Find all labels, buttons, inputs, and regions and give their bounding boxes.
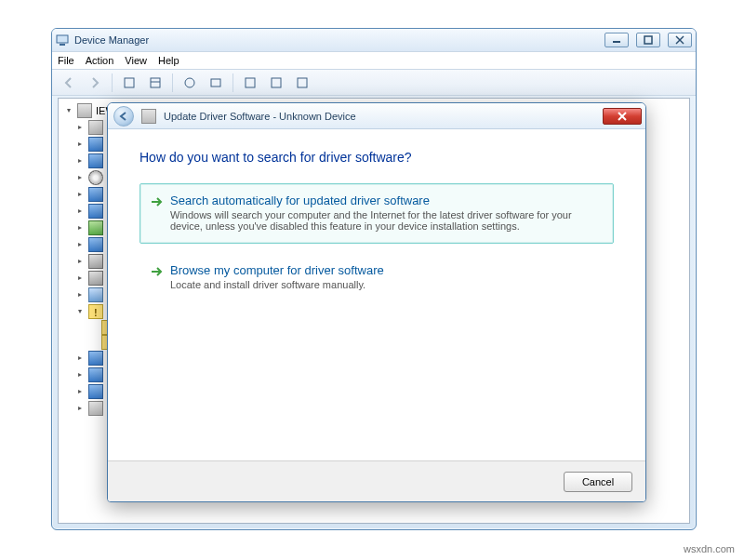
toolbar-button[interactable] <box>239 73 261 93</box>
svg-rect-10 <box>211 79 220 87</box>
svg-rect-1 <box>60 44 65 46</box>
toolbar-separator <box>112 73 113 92</box>
expand-icon[interactable]: ▸ <box>75 207 85 216</box>
device-icon <box>88 254 103 269</box>
device-icon <box>88 220 103 235</box>
device-manager-title: Device Manager <box>74 34 597 46</box>
expand-icon[interactable]: ▸ <box>75 173 85 182</box>
update-driver-dialog: Update Driver Software - Unknown Device … <box>107 102 646 502</box>
device-manager-toolbar <box>52 70 696 96</box>
arrow-icon <box>150 195 163 208</box>
device-manager-menubar: File Action View Help <box>52 51 696 70</box>
menu-action[interactable]: Action <box>86 55 114 66</box>
option-browse-computer[interactable]: Browse my computer for driver software L… <box>140 253 614 302</box>
expand-icon[interactable]: ▸ <box>75 353 85 363</box>
expand-icon[interactable]: ▸ <box>75 404 85 413</box>
toolbar-button[interactable] <box>179 73 201 93</box>
svg-rect-0 <box>57 35 68 43</box>
device-icon <box>88 170 103 185</box>
expand-icon <box>88 338 98 347</box>
device-icon <box>88 367 103 382</box>
toolbar-separator <box>232 73 233 92</box>
device-icon <box>88 237 103 252</box>
expand-icon[interactable]: ▸ <box>75 370 85 380</box>
dialog-body: How do you want to search for driver sof… <box>108 129 645 327</box>
expand-icon <box>88 323 98 332</box>
svg-point-9 <box>185 78 194 87</box>
toolbar-separator <box>172 73 173 92</box>
toolbar-forward-button[interactable] <box>84 73 106 93</box>
option-description: Locate and install driver software manua… <box>170 279 598 290</box>
option-title: Search automatically for updated driver … <box>170 193 602 207</box>
dialog-title-icon <box>141 109 156 124</box>
cancel-button[interactable]: Cancel <box>564 472 632 492</box>
toolbar-button[interactable] <box>265 73 287 93</box>
device-icon <box>88 204 103 219</box>
close-button[interactable] <box>668 33 692 47</box>
svg-rect-7 <box>151 78 160 87</box>
dialog-back-button[interactable] <box>113 106 134 127</box>
device-icon <box>88 271 103 286</box>
expand-icon[interactable]: ▸ <box>75 223 85 233</box>
device-icon <box>88 153 103 168</box>
option-title: Browse my computer for driver software <box>170 263 602 277</box>
toolbar-back-button[interactable] <box>58 73 80 93</box>
expand-icon[interactable]: ▸ <box>75 123 85 132</box>
device-icon <box>88 351 103 366</box>
dialog-title: Update Driver Software - Unknown Device <box>164 111 356 122</box>
dialog-heading: How do you want to search for driver sof… <box>140 150 614 165</box>
menu-view[interactable]: View <box>125 55 147 66</box>
toolbar-button[interactable] <box>144 73 166 93</box>
option-search-automatically[interactable]: Search automatically for updated driver … <box>140 183 614 244</box>
expand-icon[interactable]: ▸ <box>75 140 85 149</box>
maximize-button[interactable] <box>636 33 660 47</box>
menu-file[interactable]: File <box>58 55 74 66</box>
expand-icon[interactable]: ▾ <box>75 307 85 316</box>
device-icon <box>88 401 103 416</box>
expand-icon[interactable]: ▸ <box>75 190 85 199</box>
option-description: Windows will search your computer and th… <box>170 209 598 232</box>
toolbar-button[interactable] <box>205 73 227 93</box>
device-manager-icon <box>56 33 69 47</box>
menu-help[interactable]: Help <box>158 55 179 66</box>
svg-rect-13 <box>298 78 307 87</box>
svg-rect-6 <box>125 78 134 87</box>
device-icon <box>88 304 103 319</box>
device-icon <box>88 384 103 399</box>
toolbar-button[interactable] <box>291 73 313 93</box>
computer-icon <box>77 103 92 118</box>
arrow-icon <box>150 265 163 278</box>
device-icon <box>88 187 103 202</box>
expand-icon[interactable]: ▸ <box>75 387 85 396</box>
expand-icon[interactable]: ▸ <box>75 290 85 300</box>
minimize-button[interactable] <box>604 33 629 47</box>
device-icon <box>88 287 103 302</box>
dialog-titlebar: Update Driver Software - Unknown Device <box>108 103 645 129</box>
svg-rect-12 <box>272 78 281 87</box>
expand-icon[interactable]: ▸ <box>75 257 85 266</box>
expand-icon[interactable]: ▸ <box>75 240 85 249</box>
expand-icon[interactable]: ▸ <box>75 273 85 283</box>
svg-rect-11 <box>246 78 255 87</box>
device-manager-titlebar: Device Manager <box>52 29 696 51</box>
dialog-close-button[interactable] <box>603 108 642 125</box>
toolbar-button[interactable] <box>118 73 140 93</box>
dialog-footer: Cancel <box>108 460 645 501</box>
device-icon <box>88 120 103 135</box>
svg-rect-3 <box>644 36 652 44</box>
expand-icon[interactable]: ▾ <box>64 106 73 115</box>
expand-icon[interactable]: ▸ <box>75 156 85 166</box>
watermark: wsxdn.com <box>684 543 735 554</box>
device-icon <box>88 137 103 152</box>
